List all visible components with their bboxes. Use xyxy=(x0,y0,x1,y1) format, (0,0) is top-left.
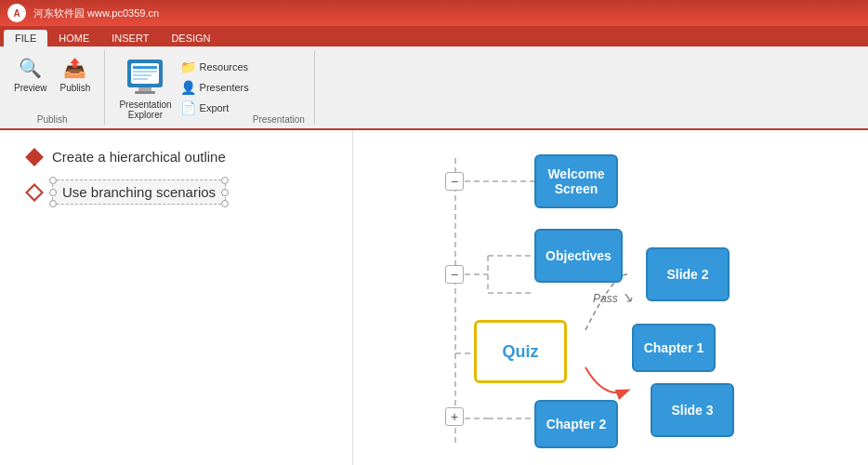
node-slide3-label: Slide 3 xyxy=(671,403,713,418)
node-chapter2-label: Chapter 2 xyxy=(546,417,607,432)
title-bar-text: 河东软件园 www.pc0359.cn xyxy=(33,7,159,20)
node-chapter1-label: Chapter 1 xyxy=(644,340,704,355)
right-panel: WelcomeScreen − − Objectives Slide 2 Qui… xyxy=(353,130,868,465)
publish-icon: 📤 xyxy=(60,53,90,83)
node-slide2[interactable]: Slide 2 xyxy=(646,247,730,301)
tab-file[interactable]: FILE xyxy=(4,30,47,46)
handle-mr[interactable] xyxy=(221,189,229,196)
app-logo: A xyxy=(7,4,26,22)
collapse-button-mid[interactable]: − xyxy=(445,265,464,284)
presentation-small-buttons: 📁 Resources 👤 Presenters 📄 Export xyxy=(177,58,253,117)
node-quiz-label: Quiz xyxy=(503,342,539,362)
ribbon-tabs: FILE HOME INSERT DESIGN xyxy=(0,26,868,46)
plus-icon: + xyxy=(451,409,458,424)
resources-button[interactable]: 📁 Resources xyxy=(177,58,253,76)
tab-home[interactable]: HOME xyxy=(47,30,100,46)
presenters-label: Presenters xyxy=(200,82,249,93)
ribbon-group-publish-items: 🔍 Preview 📤 Publish xyxy=(9,50,95,113)
minus-icon-2: − xyxy=(451,268,458,281)
handle-tl[interactable] xyxy=(49,177,57,184)
export-button[interactable]: 📄 Export xyxy=(177,99,253,117)
bullet-text-1: Create a hierarchical outline xyxy=(52,149,226,165)
diamond-icon-2 xyxy=(25,183,44,202)
main-area: Create a hierarchical outline Use branch… xyxy=(0,130,868,465)
resources-label: Resources xyxy=(200,61,249,73)
node-quiz[interactable]: Quiz xyxy=(474,320,567,383)
title-bar: A 河东软件园 www.pc0359.cn xyxy=(0,0,868,26)
export-icon: 📄 xyxy=(180,100,196,115)
preview-button[interactable]: 🔍 Preview xyxy=(9,50,52,96)
diamond-icon-1 xyxy=(25,148,44,166)
presentation-explorer-button[interactable]: PresentationExplorer xyxy=(114,52,176,123)
svg-rect-5 xyxy=(133,78,148,80)
preview-label: Preview xyxy=(14,83,47,93)
export-label: Export xyxy=(200,102,230,113)
node-objectives-label: Objectives xyxy=(546,248,612,263)
resources-icon: 📁 xyxy=(180,60,196,74)
tab-design[interactable]: DESIGN xyxy=(160,30,221,46)
publish-label: Publish xyxy=(60,83,91,93)
publish-group-label: Publish xyxy=(37,113,68,125)
node-welcome-label: WelcomeScreen xyxy=(547,166,604,196)
selected-text-box[interactable]: Use branching scenarios xyxy=(52,179,226,205)
ribbon-body: 🔍 Preview 📤 Publish Publish xyxy=(0,46,868,130)
presentation-explorer-label: PresentationExplorer xyxy=(119,100,171,120)
ribbon-group-presentation: PresentationExplorer 📁 Resources 👤 Prese… xyxy=(105,50,315,125)
pass-arrow-icon: ↘ xyxy=(621,289,633,305)
node-slide2-label: Slide 2 xyxy=(666,267,708,282)
svg-rect-7 xyxy=(135,91,155,94)
pass-text: Pass xyxy=(593,292,618,305)
presentation-group-label: Presentation xyxy=(253,113,305,125)
node-slide3[interactable]: Slide 3 xyxy=(651,383,734,437)
presentation-explorer-icon xyxy=(123,55,167,100)
bullet-item-2[interactable]: Use branching scenarios xyxy=(28,179,324,205)
svg-rect-3 xyxy=(133,71,157,73)
presenters-icon: 👤 xyxy=(180,80,196,95)
svg-rect-4 xyxy=(133,74,151,76)
node-welcome-screen[interactable]: WelcomeScreen xyxy=(534,154,618,208)
handle-tr[interactable] xyxy=(221,177,229,184)
collapse-button-top[interactable]: − xyxy=(445,172,464,191)
left-panel: Create a hierarchical outline Use branch… xyxy=(0,130,353,465)
expand-button[interactable]: + xyxy=(445,407,464,426)
bullet-item-1: Create a hierarchical outline xyxy=(28,149,324,165)
node-chapter1[interactable]: Chapter 1 xyxy=(632,324,716,372)
preview-icon: 🔍 xyxy=(16,53,46,83)
handle-br[interactable] xyxy=(221,200,229,207)
node-objectives[interactable]: Objectives xyxy=(534,229,623,283)
presenters-button[interactable]: 👤 Presenters xyxy=(177,78,253,97)
ribbon-group-publish: 🔍 Preview 📤 Publish Publish xyxy=(0,50,105,125)
handle-bl[interactable] xyxy=(49,200,57,207)
handle-ml[interactable] xyxy=(49,189,57,196)
publish-button[interactable]: 📤 Publish xyxy=(56,50,96,96)
bullet-text-2: Use branching scenarios xyxy=(62,184,216,200)
svg-rect-2 xyxy=(133,66,157,69)
pass-label: Pass ↘ xyxy=(593,288,633,306)
tab-insert[interactable]: INSERT xyxy=(100,30,160,46)
minus-icon: − xyxy=(451,175,458,188)
svg-rect-6 xyxy=(138,87,151,91)
node-chapter2[interactable]: Chapter 2 xyxy=(534,400,618,448)
